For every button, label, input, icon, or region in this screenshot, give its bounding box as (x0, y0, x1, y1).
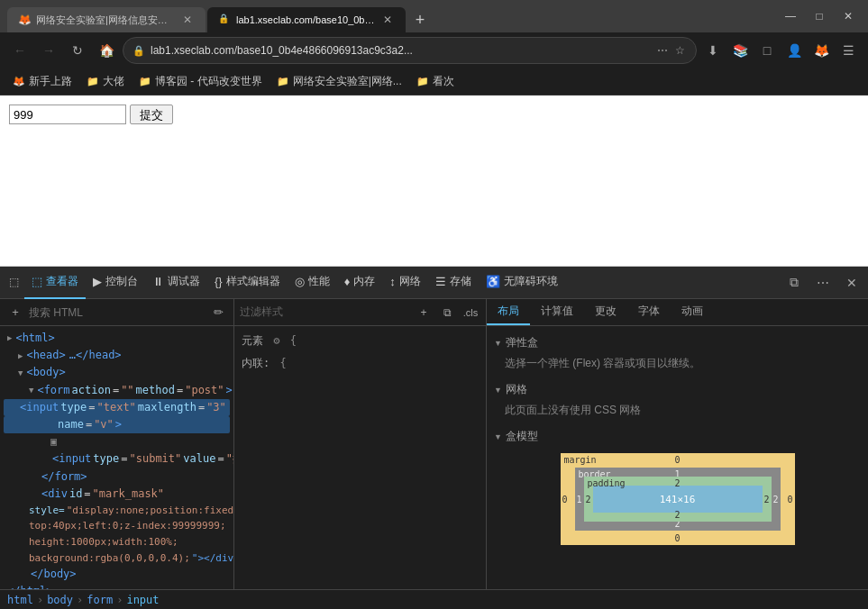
breadcrumb-sep-2: › (77, 594, 83, 606)
account-button[interactable]: 👤 (781, 38, 807, 63)
breadcrumb-form[interactable]: form (87, 594, 113, 606)
breadcrumb-html[interactable]: html (7, 594, 33, 606)
html-add-button[interactable]: + (5, 303, 25, 323)
address-text: lab1.xseclab.com/base10_0b4e4866096913ac… (151, 44, 650, 57)
forward-button[interactable]: → (36, 38, 61, 63)
padding-top-value: 2 (674, 478, 680, 488)
accessibility-icon: ♿ (486, 275, 500, 288)
console-icon: ▶ (93, 275, 102, 288)
bookmark-label-0: 新手上路 (29, 74, 72, 89)
box-tabs: 布局 计算值 更改 字体 动画 (487, 299, 868, 326)
bookmark-kanci[interactable]: 📁 看次 (411, 72, 460, 91)
new-tab-button[interactable]: + (407, 7, 433, 32)
grid-section-header[interactable]: ▼ 网格 (494, 380, 861, 399)
library-button[interactable]: 📚 (727, 38, 753, 63)
memory-label: 内存 (353, 274, 375, 289)
html-line-style2: top:40px;left:0;z-index:99999999; (7, 518, 226, 534)
reader-button[interactable]: □ (754, 38, 780, 63)
tab-computed[interactable]: 计算值 (530, 299, 584, 325)
html-line-body-close: </body> (7, 566, 226, 583)
grid-section-label: 网格 (506, 382, 527, 397)
close-button[interactable]: ✕ (836, 4, 861, 29)
css-cls-button[interactable]: .cls (461, 303, 480, 323)
devtools-tab-inspector[interactable]: ⬚ 查看器 (24, 267, 86, 299)
breadcrumb-input[interactable]: input (126, 594, 159, 606)
back-button[interactable]: ← (7, 38, 32, 63)
download-button[interactable]: ⬇ (700, 38, 726, 63)
maximize-button[interactable]: □ (807, 4, 832, 29)
css-panel-toolbar: 过滤样式 + ⧉ .cls (234, 299, 486, 326)
devtools-pick-element[interactable]: ⬚ (4, 267, 24, 299)
tab-animation[interactable]: 动画 (671, 299, 714, 325)
devtools-tab-storage[interactable]: ☰ 存储 (428, 267, 479, 299)
css-layer-button[interactable]: ⧉ (437, 303, 457, 323)
breadcrumb-body[interactable]: body (47, 594, 73, 606)
box-model-section: ▼ 盒模型 margin 0 0 0 0 (494, 427, 861, 545)
html-line-input-submit: <input type="submit" value="提交"> (7, 450, 226, 468)
minimize-button[interactable]: — (778, 4, 803, 29)
devtools-tab-style-editor[interactable]: {} 样式编辑器 (207, 267, 288, 299)
html-search-input[interactable] (29, 306, 205, 319)
css-element-rule: 元素 ⚙ { (242, 333, 479, 349)
style-editor-icon: {} (215, 275, 223, 288)
grid-section: ▼ 网格 此页面上没有使用 CSS 网格 (494, 380, 861, 422)
devtools-tab-console[interactable]: ▶ 控制台 (86, 267, 145, 299)
devtools-dock-button[interactable]: ⧉ (781, 270, 807, 295)
border-right-value: 2 (772, 495, 778, 504)
html-line-body: ▼<body> (7, 364, 226, 381)
tab-1[interactable]: 🦊 网络安全实验室|网络信息安全攻防... ✕ (7, 7, 206, 32)
refresh-button[interactable]: ↻ (65, 38, 90, 63)
html-pick-button[interactable]: ✏ (208, 303, 228, 323)
html-line-input-text[interactable]: <input type="text" maxlength="3" (4, 399, 230, 416)
performance-label: 性能 (308, 274, 330, 289)
page-submit-button[interactable]: 提交 (130, 105, 173, 124)
box-model-header[interactable]: ▼ 盒模型 (494, 427, 861, 446)
home-button[interactable]: 🏠 (94, 38, 119, 63)
more-icon[interactable]: ⋯ (655, 42, 670, 59)
html-line-head: ▶<head> …</head> (7, 347, 226, 364)
box-content: ▼ 弹性盒 选择一个弹性 (Flex) 容器或项目以继续。 ▼ 网格 此页面上没… (487, 326, 868, 589)
css-content: 元素 ⚙ { 内联: { (234, 326, 486, 589)
flex-section-header[interactable]: ▼ 弹性盒 (494, 333, 861, 352)
html-line-html: ▶<html> (7, 330, 226, 347)
devtools-tab-memory[interactable]: ♦ 内存 (337, 267, 383, 299)
firefox-button[interactable]: 🦊 (809, 38, 834, 63)
tab-title-1: 网络安全实验室|网络信息安全攻防... (36, 14, 175, 27)
devtools-more-button[interactable]: ⋯ (810, 270, 836, 295)
network-label: 网络 (399, 274, 421, 289)
tab-changes[interactable]: 更改 (584, 299, 627, 325)
box-arrow-icon: ▼ (494, 432, 502, 441)
address-bar[interactable]: 🔒 lab1.xseclab.com/base10_0b4e4866096913… (123, 37, 697, 64)
tab-close-1[interactable]: ✕ (180, 13, 195, 27)
html-line-form-close: </form> (7, 468, 226, 486)
bookmark-wangluo[interactable]: 📁 网络安全实验室|网络... (271, 72, 407, 91)
tab-2[interactable]: 🔒 lab1.xseclab.com/base10_0b4e4... ✕ (207, 7, 406, 32)
tab-close-2[interactable]: ✕ (380, 13, 395, 27)
flex-section-content: 选择一个弹性 (Flex) 容器或项目以继续。 (494, 352, 861, 375)
menu-button[interactable]: ☰ (836, 38, 861, 63)
html-tree: ▶<html> ▶<head> …</head> ▼<body> ▼<form … (0, 326, 233, 589)
devtools-tab-accessibility[interactable]: ♿ 无障碍环境 (479, 267, 565, 299)
css-add-button[interactable]: + (414, 303, 434, 323)
devtools-tab-network[interactable]: ↕ 网络 (382, 267, 428, 299)
html-line-style3: height:1000px;width:100%; (7, 534, 226, 550)
tab-layout[interactable]: 布局 (487, 299, 530, 325)
devtools-tab-performance[interactable]: ◎ 性能 (288, 267, 337, 299)
css-element-label: 元素 (242, 334, 263, 347)
page-text-input[interactable] (9, 105, 126, 124)
bookmark-star-icon[interactable]: ☆ (673, 42, 687, 59)
bookmark-dalao[interactable]: 📁 大佬 (81, 72, 130, 91)
css-open-brace: { (290, 334, 297, 347)
lock-icon: 🔒 (132, 45, 145, 57)
bookmark-xinshoushanlu[interactable]: 🦊 新手上路 (7, 72, 78, 91)
devtools-close-button[interactable]: ✕ (839, 270, 864, 295)
devtools-tab-debugger[interactable]: ⏸ 调试器 (145, 267, 207, 299)
bookmark-bokeyuan[interactable]: 📁 博客园 - 代码改变世界 (133, 72, 268, 91)
html-line-div: <div id="mark_mask" (7, 486, 226, 503)
bookmark-icon-2: 📁 (139, 76, 151, 87)
tab-font[interactable]: 字体 (627, 299, 671, 325)
margin-right-value: 0 (787, 495, 792, 504)
bookmark-icon-0: 🦊 (13, 76, 25, 87)
css-content-label: 内联: (242, 357, 270, 369)
flex-section-label: 弹性盒 (506, 335, 538, 350)
